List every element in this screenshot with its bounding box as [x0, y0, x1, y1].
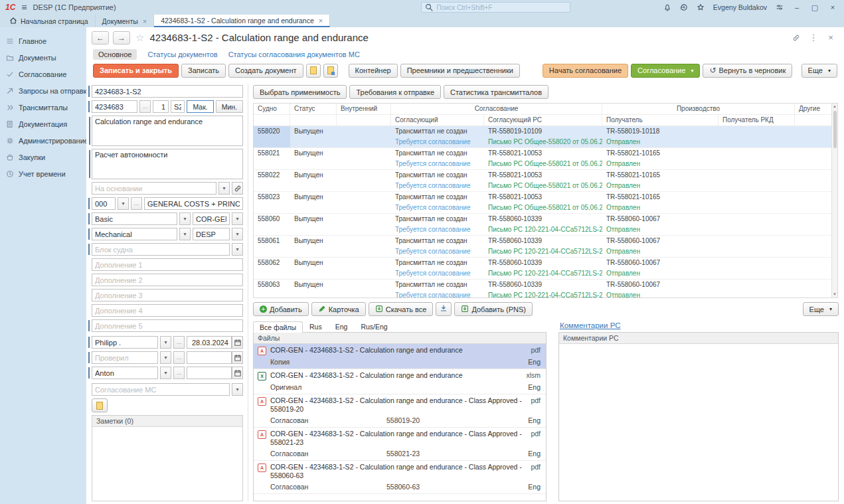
close-window-button[interactable]: ×	[827, 2, 839, 13]
addition-field-3[interactable]	[92, 289, 243, 301]
col-ship[interactable]: Судно	[254, 104, 290, 115]
settings-icon[interactable]	[774, 2, 785, 13]
table-more-button[interactable]: Еще	[803, 302, 839, 316]
table-row-558023[interactable]: 558023ВыпущенТрансмиттал не созданTR-558…	[254, 192, 831, 214]
file-item-4[interactable]: ACOR-GEN - 4234683-1-S2 - Calculation ra…	[254, 461, 546, 494]
developer-date-field[interactable]	[187, 336, 232, 349]
col-approver[interactable]: Согласующий	[391, 115, 484, 126]
approver-field[interactable]	[92, 367, 158, 379]
code-dropdown-button[interactable]: ▾	[118, 197, 129, 210]
col-approver-rs[interactable]: Согласующий РС	[484, 115, 602, 126]
doc-kind-code-field[interactable]	[193, 212, 230, 225]
container-button[interactable]: Контейнер	[349, 64, 398, 78]
table-action-button-0[interactable]: Выбрать применимость	[253, 85, 347, 99]
download-button[interactable]	[436, 302, 452, 316]
basis-dropdown-button[interactable]: ▾	[218, 182, 230, 195]
table-row-558020[interactable]: 558020ВыпущенТрансмиттал не созданTR-558…	[254, 126, 831, 148]
window-tab-document[interactable]: 4234683-1-S2 - Calculation range and end…	[154, 15, 330, 27]
approver-ellipsis-button[interactable]: …	[173, 367, 185, 379]
successors-button[interactable]: Преемники и предшественники	[400, 64, 520, 78]
name-ru-textarea[interactable]: Расчет автономности	[92, 149, 243, 179]
calendar-icon[interactable]	[232, 336, 243, 349]
col-internal[interactable]: Внутренний	[337, 104, 391, 115]
window-tab-documents[interactable]: Документы×	[96, 15, 155, 27]
discipline-code-dropdown-button[interactable]: ▾	[232, 228, 243, 240]
discipline-field[interactable]	[92, 228, 177, 240]
link-icon[interactable]	[790, 31, 803, 44]
calendar-icon[interactable]	[232, 351, 243, 364]
sidebar-item-approval[interactable]: Согласование	[0, 66, 86, 82]
doc-number-field[interactable]	[92, 100, 137, 113]
files-tab-3[interactable]: Rus/Eng	[354, 321, 394, 332]
ship-block-field[interactable]	[92, 243, 230, 256]
file-item-3[interactable]: ACOR-GEN - 4234683-1-S2 - Calculation ra…	[254, 428, 546, 461]
file-card-button[interactable]: Карточка	[311, 302, 366, 316]
basis-link-button[interactable]	[232, 182, 243, 195]
col-recipient-rkd[interactable]: Получатель РКД	[718, 115, 795, 126]
doc-number-ellipsis-button[interactable]: …	[139, 100, 151, 113]
sidebar-item-time-tracking[interactable]: Учет времени	[0, 165, 86, 182]
scroll-up-icon[interactable]: ▲	[833, 104, 837, 110]
ms-approval-dropdown-button[interactable]: ▾	[232, 383, 243, 396]
download-all-button[interactable]: Скачать все	[369, 302, 434, 316]
basis-field[interactable]	[92, 182, 216, 195]
rs-comments-link[interactable]: Комментарии РС	[560, 321, 620, 329]
create-document-button[interactable]: Создать документ	[228, 64, 303, 78]
global-search[interactable]	[421, 2, 570, 13]
add-note-button[interactable]	[92, 398, 108, 412]
col-approval-group[interactable]: Согласование	[391, 104, 602, 115]
sidebar-item-main[interactable]: Главное	[0, 33, 86, 49]
doc-tab-1[interactable]: Статусы документов	[147, 50, 217, 58]
main-menu-icon[interactable]: ≡	[21, 3, 27, 12]
code-field[interactable]	[92, 197, 116, 210]
back-button[interactable]: ←	[92, 31, 109, 44]
files-tab-1[interactable]: Rus	[303, 321, 329, 332]
grid-scrollbar[interactable]: ▲ ▼	[831, 104, 837, 297]
favorites-icon[interactable]	[695, 2, 706, 13]
doc-kind-field[interactable]	[92, 212, 177, 225]
sidebar-item-purchases[interactable]: Закупки	[0, 149, 86, 165]
col-recipient[interactable]: Получатель	[602, 115, 718, 126]
code-ellipsis-button[interactable]: …	[131, 197, 142, 210]
approver-dropdown-button[interactable]: ▾	[160, 367, 171, 379]
table-row-558060[interactable]: 558060ВыпущенТрансмиттал не созданTR-558…	[254, 214, 831, 236]
save-and-close-button[interactable]: Записать и закрыть	[93, 64, 179, 78]
sidebar-item-administration[interactable]: Администрирование	[0, 132, 86, 149]
sidebar-item-documents[interactable]: Документы	[0, 49, 86, 66]
table-row-558063[interactable]: 558063ВыпущенТрансмиттал не созданTR-558…	[254, 280, 831, 297]
more-menu-icon[interactable]: ⋮	[807, 31, 820, 44]
close-document-icon[interactable]: ×	[824, 31, 837, 44]
doc-kind-dropdown-button[interactable]: ▾	[179, 212, 191, 225]
doc-tab-2[interactable]: Статусы согласования документов МС	[228, 50, 360, 58]
forward-button[interactable]: →	[113, 31, 130, 44]
scroll-thumb[interactable]	[833, 111, 837, 148]
developer-ellipsis-button[interactable]: …	[173, 336, 185, 349]
rs-comments-body[interactable]	[559, 344, 838, 501]
window-tab-home[interactable]: Начальная страница	[3, 15, 96, 27]
start-approval-button[interactable]: Начать согласование	[543, 64, 628, 78]
file-item-1[interactable]: XCOR-GEN - 4234683-1-S2 - Calculation ra…	[254, 369, 546, 394]
table-row-558062[interactable]: 558062ВыпущенТрансмиттал не созданTR-558…	[254, 258, 831, 280]
sidebar-item-transmittals[interactable]: Трансмитталы	[0, 99, 86, 116]
history-icon[interactable]	[679, 2, 689, 13]
addition-field-4[interactable]	[92, 304, 243, 317]
approval-dropdown-button[interactable]: Согласование	[631, 64, 700, 78]
add-file-button[interactable]: +Добавить	[253, 302, 309, 316]
sidebar-item-send-requests[interactable]: Запросы на отправку	[0, 82, 86, 99]
sidebar-item-documentation[interactable]: Документация	[0, 116, 86, 132]
addition-field-2[interactable]	[92, 274, 243, 286]
close-tab-icon[interactable]: ×	[143, 17, 147, 25]
table-row-558021[interactable]: 558021ВыпущенТрансмиттал не созданTR-558…	[254, 148, 831, 170]
min-toggle-button[interactable]: Мин.	[216, 100, 243, 113]
close-tab-icon[interactable]: ×	[319, 17, 323, 25]
revision-field[interactable]	[153, 100, 169, 113]
toolbar-more-button[interactable]: Еще	[802, 64, 837, 78]
scroll-down-icon[interactable]: ▼	[833, 292, 837, 297]
checker-date-field[interactable]	[187, 351, 232, 364]
favorite-star-icon[interactable]: ☆	[135, 32, 144, 44]
cost-center-field[interactable]	[144, 197, 243, 210]
developer-field[interactable]	[92, 336, 158, 349]
minimize-button[interactable]: –	[791, 2, 803, 13]
developer-dropdown-button[interactable]: ▾	[160, 336, 171, 349]
approver-date-field[interactable]	[187, 367, 232, 379]
